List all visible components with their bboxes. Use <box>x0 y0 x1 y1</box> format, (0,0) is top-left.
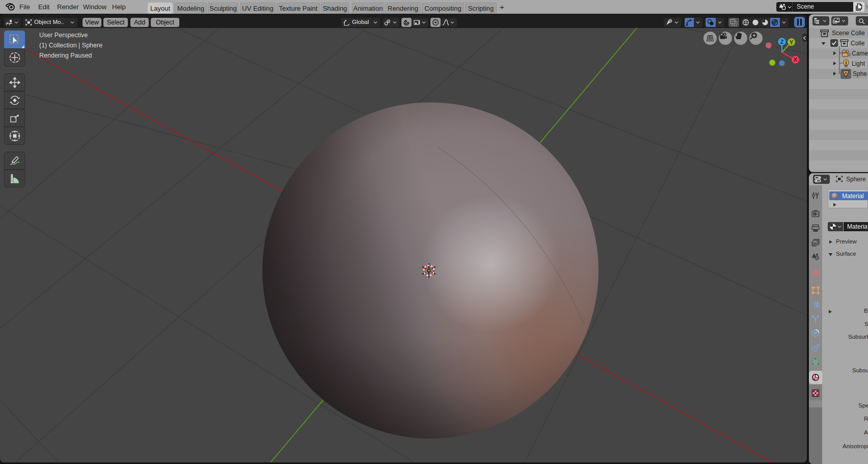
svg-text:Z: Z <box>780 39 784 45</box>
svg-text:X: X <box>794 57 798 63</box>
svg-text:Y: Y <box>790 39 794 45</box>
